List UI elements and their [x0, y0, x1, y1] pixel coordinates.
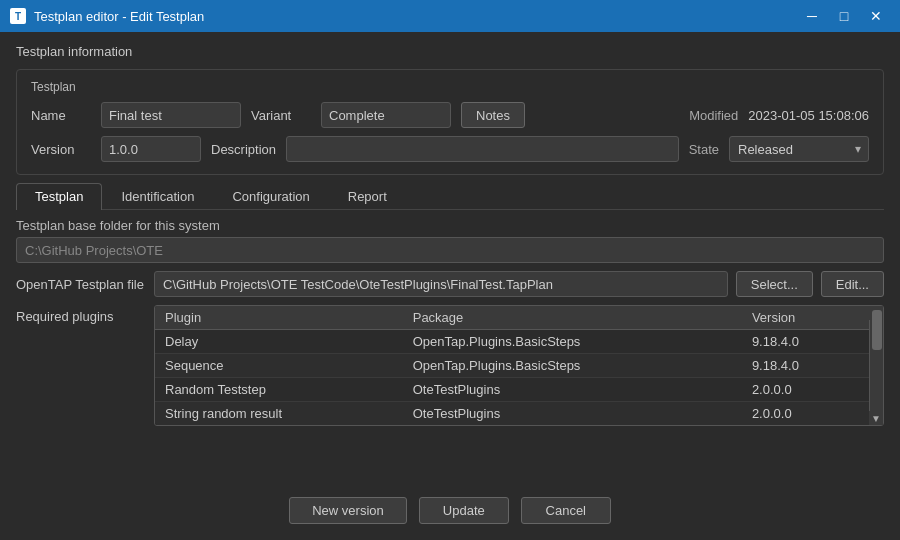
window-title: Testplan editor - Edit Testplan	[34, 9, 204, 24]
tab-report[interactable]: Report	[329, 183, 406, 209]
name-label: Name	[31, 108, 91, 123]
name-variant-row: Name Variant Notes Modified 2023-01-05 1…	[31, 102, 869, 128]
table-row: Random Teststep OteTestPlugins 2.0.0.0	[155, 378, 883, 402]
col-version: Version	[742, 306, 863, 330]
table-row: Delay OpenTap.Plugins.BasicSteps 9.18.4.…	[155, 330, 883, 354]
opentap-file-input[interactable]	[154, 271, 728, 297]
main-content: Testplan information Testplan Name Varia…	[0, 32, 900, 540]
cell-plugin: Random Teststep	[155, 378, 403, 402]
titlebar-left: T Testplan editor - Edit Testplan	[10, 8, 204, 24]
modified-label: Modified	[689, 108, 738, 123]
plugins-table-wrapper: Plugin Package Version Delay OpenTap.Plu…	[154, 305, 884, 426]
notes-button[interactable]: Notes	[461, 102, 525, 128]
version-label: Version	[31, 142, 91, 157]
cell-version: 9.18.4.0	[742, 330, 863, 354]
scroll-thumb[interactable]	[872, 310, 882, 350]
state-select-wrapper: Released Draft Obsolete	[729, 136, 869, 162]
edit-button[interactable]: Edit...	[821, 271, 884, 297]
close-button[interactable]: ✕	[862, 6, 890, 26]
window-controls: ─ □ ✕	[798, 6, 890, 26]
cell-version: 2.0.0.0	[742, 402, 863, 426]
select-button[interactable]: Select...	[736, 271, 813, 297]
modified-area: Modified 2023-01-05 15:08:06	[689, 108, 869, 123]
base-folder-section: Testplan base folder for this system	[16, 218, 884, 263]
plugins-table: Plugin Package Version Delay OpenTap.Plu…	[155, 306, 883, 425]
cell-package: OpenTap.Plugins.BasicSteps	[403, 330, 742, 354]
variant-input[interactable]	[321, 102, 451, 128]
testplan-info-label: Testplan information	[16, 44, 884, 59]
tab-configuration[interactable]: Configuration	[213, 183, 328, 209]
state-label: State	[689, 142, 719, 157]
tabs-bar: Testplan Identification Configuration Re…	[16, 183, 884, 210]
testplan-inner-label: Testplan	[31, 80, 869, 94]
opentap-row: OpenTAP Testplan file Select... Edit...	[16, 271, 884, 297]
bottom-bar: New version Update Cancel	[16, 491, 884, 528]
scrollbar[interactable]: ▲ ▼	[869, 306, 883, 425]
cell-plugin: Delay	[155, 330, 403, 354]
variant-label: Variant	[251, 108, 311, 123]
testplan-section: Testplan Name Variant Notes Modified 202…	[16, 69, 884, 175]
base-folder-label: Testplan base folder for this system	[16, 218, 884, 233]
maximize-button[interactable]: □	[830, 6, 858, 26]
plugins-row: Required plugins Plugin Package Version …	[16, 305, 884, 483]
cell-package: OteTestPlugins	[403, 402, 742, 426]
cell-package: OpenTap.Plugins.BasicSteps	[403, 354, 742, 378]
minimize-button[interactable]: ─	[798, 6, 826, 26]
description-label: Description	[211, 142, 276, 157]
name-input[interactable]	[101, 102, 241, 128]
cell-plugin: Sequence	[155, 354, 403, 378]
cell-package: OteTestPlugins	[403, 378, 742, 402]
col-plugin: Plugin	[155, 306, 403, 330]
scroll-down-arrow[interactable]: ▼	[869, 411, 883, 425]
required-plugins-label: Required plugins	[16, 305, 146, 324]
version-row: Version Description State Released Draft…	[31, 136, 869, 162]
update-button[interactable]: Update	[419, 497, 509, 524]
titlebar: T Testplan editor - Edit Testplan ─ □ ✕	[0, 0, 900, 32]
state-area: State Released Draft Obsolete	[689, 136, 869, 162]
cancel-button[interactable]: Cancel	[521, 497, 611, 524]
opentap-label: OpenTAP Testplan file	[16, 277, 146, 292]
cell-plugin: String random result	[155, 402, 403, 426]
tab-content-testplan: Testplan base folder for this system Ope…	[16, 218, 884, 483]
tab-testplan[interactable]: Testplan	[16, 183, 102, 210]
table-row: Sequence OpenTap.Plugins.BasicSteps 9.18…	[155, 354, 883, 378]
cell-version: 2.0.0.0	[742, 378, 863, 402]
table-row: String random result OteTestPlugins 2.0.…	[155, 402, 883, 426]
app-icon: T	[10, 8, 26, 24]
base-folder-input[interactable]	[16, 237, 884, 263]
description-input[interactable]	[286, 136, 679, 162]
state-select[interactable]: Released Draft Obsolete	[729, 136, 869, 162]
col-package: Package	[403, 306, 742, 330]
new-version-button[interactable]: New version	[289, 497, 407, 524]
version-input[interactable]	[101, 136, 201, 162]
cell-version: 9.18.4.0	[742, 354, 863, 378]
tab-identification[interactable]: Identification	[102, 183, 213, 209]
tabs-container: Testplan Identification Configuration Re…	[16, 183, 884, 210]
modified-value: 2023-01-05 15:08:06	[748, 108, 869, 123]
